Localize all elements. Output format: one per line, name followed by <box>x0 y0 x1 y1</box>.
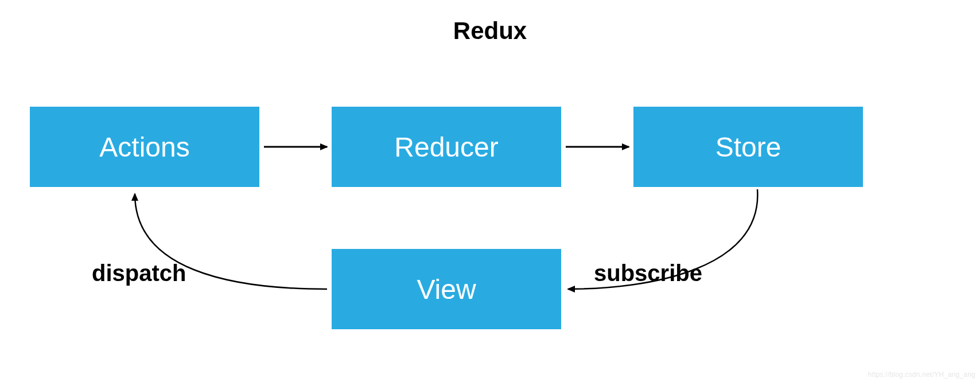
node-reducer: Reducer <box>332 107 561 187</box>
edge-label-dispatch: dispatch <box>92 260 186 286</box>
node-store: Store <box>633 107 863 187</box>
watermark: https://blog.csdn.net/YH_ang_ang <box>868 371 975 379</box>
node-store-label: Store <box>715 131 781 163</box>
node-actions-label: Actions <box>99 131 189 163</box>
diagram-title: Redux <box>453 17 527 45</box>
node-view: View <box>332 249 561 329</box>
edge-label-subscribe: subscribe <box>594 260 702 286</box>
node-view-label: View <box>417 274 476 305</box>
node-actions: Actions <box>30 107 259 187</box>
node-reducer-label: Reducer <box>394 131 498 163</box>
